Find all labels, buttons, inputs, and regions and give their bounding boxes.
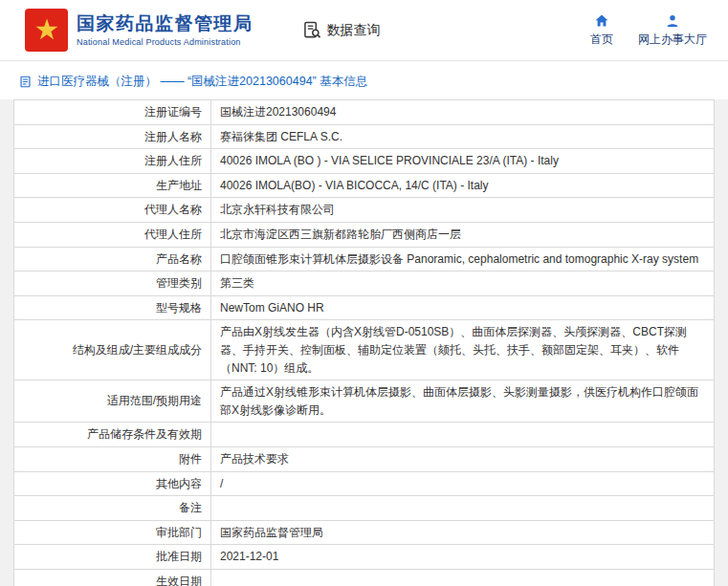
row-value: 产品由X射线发生器（内含X射线管D-0510SB）、曲面体层探测器、头颅探测器、… [211,320,715,380]
row-label: 代理人住所 [14,222,211,247]
row-label: 产品名称 [14,247,211,271]
table-row: 生效日期 [14,569,715,586]
table-row: 产品储存条件及有效期 [14,423,715,447]
document-icon [19,76,32,88]
row-value: 第三类 [211,271,715,296]
row-value: 北京永轩科技有限公司 [211,198,715,223]
table-row: 适用范围/预期用途产品通过X射线锥形束计算机体层摄影、曲面体层摄影、头影测量摄影… [14,380,715,423]
nav-home-label: 首页 [590,32,613,48]
row-value: NewTom GiANO HR [211,295,715,320]
table-row: 注册人名称赛福徕集团 CEFLA S.C. [14,124,715,149]
row-label: 产品储存条件及有效期 [14,423,211,447]
nav-hall-label: 网上办事大厅 [638,32,707,48]
table-row: 产品名称口腔颌面锥形束计算机体层摄影设备 Panoramic, cephalom… [14,247,715,271]
row-value [211,496,715,521]
table-row: 结构及组成/主要组成成分产品由X射线发生器（内含X射线管D-0510SB）、曲面… [14,320,715,380]
row-value [211,569,715,586]
breadcrumb: 进口医疗器械（注册） —— “国械注进20213060494” 基本信息 [0,61,728,99]
document-search-icon [303,21,321,39]
main-content: 注册证编号国械注进20213060494注册人名称赛福徕集团 CEFLA S.C… [0,99,728,586]
table-row: 代理人名称北京永轩科技有限公司 [14,198,715,223]
table-row: 附件产品技术要求 [14,446,715,471]
org-name-en: National Medical Products Administration [77,37,254,47]
row-label: 批准日期 [14,545,211,570]
org-name-cn: 国家药品监督管理局 [77,13,254,34]
table-row: 代理人住所北京市海淀区西三旗新都路轮胎厂西侧商店一层 [14,222,715,247]
row-value: 产品通过X射线锥形束计算机体层摄影、曲面体层摄影、头影测量摄影，供医疗机构作口腔… [211,380,715,423]
table-row: 审批部门国家药品监督管理局 [14,520,715,545]
table-row: 注册人住所40026 IMOLA (BO ) - VIA SELICE PROV… [14,149,715,174]
person-icon [665,13,680,29]
row-value [211,423,715,447]
row-label: 其他内容 [14,471,211,496]
row-label: 结构及组成/主要组成成分 [14,320,211,380]
row-value: 口腔颌面锥形束计算机体层摄影设备 Panoramic, cephalometri… [211,247,715,271]
table-row: 备注 [14,496,715,521]
row-label: 注册证编号 [14,100,211,125]
nmpa-logo[interactable]: 国家药品监督管理局 National Medical Products Admi… [25,9,254,52]
table-row: 型号规格NewTom GiANO HR [14,295,715,320]
national-emblem-icon [25,9,68,52]
row-label: 型号规格 [14,295,211,320]
row-value: 北京市海淀区西三旗新都路轮胎厂西侧商店一层 [211,222,715,247]
table-row: 批准日期2021-12-01 [14,545,715,570]
row-label: 代理人名称 [14,198,211,223]
nav-item-home[interactable]: 首页 [590,13,613,48]
row-value: 国械注进20213060494 [211,100,715,125]
row-label: 适用范围/预期用途 [14,380,211,423]
row-value: 赛福徕集团 CEFLA S.C. [211,124,715,149]
registration-info-table: 注册证编号国械注进20213060494注册人名称赛福徕集团 CEFLA S.C… [13,99,715,586]
nav-item-service-hall[interactable]: 网上办事大厅 [638,13,707,48]
row-label: 注册人住所 [14,149,211,174]
row-label: 管理类别 [14,271,211,296]
table-row: 生产地址40026 IMOLA(BO) - VIA BICOCCA, 14/C … [14,173,715,198]
header-nav: 首页 网上办事大厅 [590,13,707,48]
info-table-body: 注册证编号国械注进20213060494注册人名称赛福徕集团 CEFLA S.C… [14,100,715,586]
row-label: 备注 [14,496,211,521]
data-query-label: 数据查询 [327,22,381,39]
row-value: 40026 IMOLA(BO) - VIA BICOCCA, 14/C (ITA… [211,173,715,198]
breadcrumb-label: 进口医疗器械（注册） —— “国械注进20213060494” 基本信息 [37,74,367,90]
row-value: 40026 IMOLA (BO ) - VIA SELICE PROVINCIA… [211,149,715,174]
home-icon [594,13,609,29]
row-value: 产品技术要求 [211,446,715,471]
row-label: 生产地址 [14,173,211,198]
row-value: / [211,471,715,496]
table-row: 注册证编号国械注进20213060494 [14,100,715,125]
org-names: 国家药品监督管理局 National Medical Products Admi… [77,13,254,47]
site-header: 国家药品监督管理局 National Medical Products Admi… [0,0,728,61]
row-label: 审批部门 [14,520,211,545]
row-label: 生效日期 [14,569,211,586]
row-label: 注册人名称 [14,124,211,149]
table-row: 其他内容/ [14,471,715,496]
row-value: 国家药品监督管理局 [211,520,715,545]
row-label: 附件 [14,446,211,471]
table-row: 管理类别第三类 [14,271,715,296]
data-query-menu[interactable]: 数据查询 [303,21,381,39]
row-value: 2021-12-01 [211,545,715,570]
